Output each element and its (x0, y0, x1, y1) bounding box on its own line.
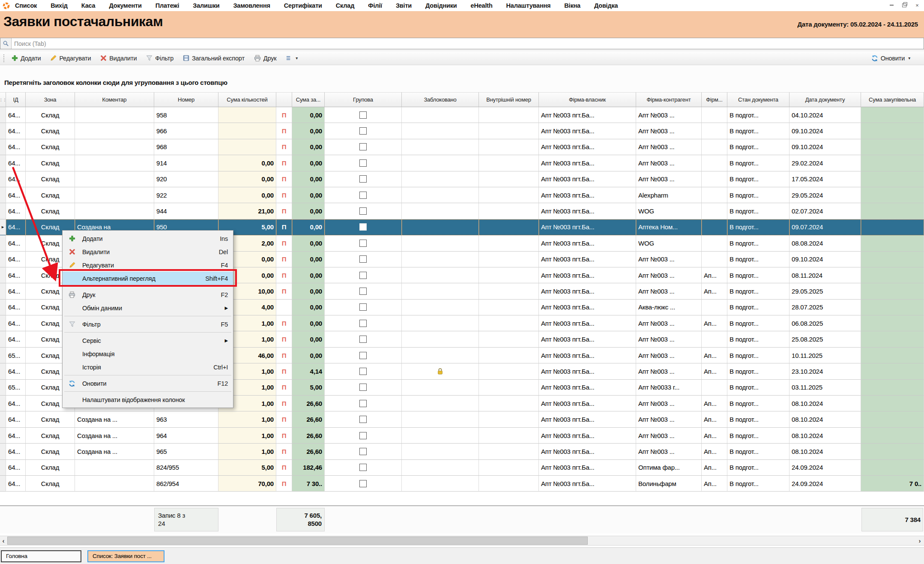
table-row[interactable]: 64...Склад9200,00П0,00Апт №003 пгт.Ба...… (0, 171, 924, 187)
toolbar-grip[interactable] (3, 54, 6, 62)
column-header-p[interactable] (276, 92, 292, 107)
table-row[interactable]: 64...СкладСоздана на ...9651,00П26,60Апт… (0, 444, 924, 459)
context-menu-item-Інформація[interactable]: Інформація (63, 347, 233, 360)
group-checkbox[interactable] (359, 432, 367, 439)
group-checkbox[interactable] (359, 143, 367, 150)
menubar-item-Каса[interactable]: Каса (81, 2, 96, 9)
column-header-internal[interactable]: Внутрішній номер (479, 92, 539, 107)
context-menu-item-Редагувати[interactable]: РедагуватиF4 (63, 258, 233, 272)
group-checkbox[interactable] (359, 240, 367, 247)
scrollbar-thumb[interactable] (7, 537, 588, 545)
filter-button[interactable]: Фільтр (144, 54, 175, 63)
scroll-left-arrow-icon[interactable]: ‹ (0, 536, 7, 545)
table-row[interactable]: 64...Склад968П0,00Апт №003 пгт.Ба...Апт … (0, 139, 924, 155)
group-checkbox[interactable] (359, 352, 367, 359)
group-checkbox[interactable] (359, 416, 367, 423)
column-header-firm[interactable]: Фірм... (702, 92, 727, 107)
context-menu-item-Обмін даними[interactable]: Обмін даними▶ (63, 301, 233, 315)
menubar-item-Налаштування[interactable]: Налаштування (506, 2, 551, 9)
group-checkbox[interactable] (359, 288, 367, 295)
restore-button[interactable] (900, 1, 909, 9)
column-header-state[interactable]: Стан документа (727, 92, 789, 107)
menubar-item-Вікна[interactable]: Вікна (564, 2, 580, 9)
menubar-item-Список[interactable]: Список (15, 2, 37, 9)
table-row[interactable]: 64...Склад958П0,00Апт №003 пгт.Ба...Апт … (0, 107, 924, 123)
column-header-date[interactable]: Дата документу (789, 92, 861, 107)
group-checkbox[interactable] (359, 368, 367, 375)
context-menu-item-Видалити[interactable]: ВидалитиDel (63, 245, 233, 258)
group-checkbox[interactable] (359, 255, 367, 263)
column-header-purchase[interactable]: Сума закупівельна (861, 92, 924, 107)
taskbar-button-list[interactable]: Список: Заявки пост ... (87, 550, 164, 562)
menubar-item-eHealth[interactable]: eHealth (471, 2, 493, 9)
table-row[interactable]: 64...СкладСоздана на ...9631,00П26,60Апт… (0, 411, 924, 427)
group-checkbox[interactable] (359, 207, 367, 215)
group-checkbox[interactable] (359, 223, 367, 231)
column-header-contragent[interactable]: Фірма-контрагент (636, 92, 702, 107)
table-row[interactable]: 64...СкладСоздана на ...9641,00П26,60Апт… (0, 428, 924, 444)
column-header-locked[interactable]: Заблоковано (402, 92, 479, 107)
group-checkbox[interactable] (359, 303, 367, 311)
group-checkbox[interactable] (359, 336, 367, 343)
menubar-item-Філії[interactable]: Філії (368, 2, 382, 9)
context-menu-item-Оновити[interactable]: ОновитиF12 (63, 377, 233, 390)
menubar-item-Вихід[interactable]: Вихід (51, 2, 68, 9)
group-checkbox[interactable] (359, 384, 367, 391)
context-menu-item-Друк[interactable]: ДрукF2 (63, 288, 233, 301)
view-options-button[interactable]: ▾ (284, 54, 299, 62)
column-header-number[interactable]: Номер (154, 92, 218, 107)
menubar-item-Документи[interactable]: Документи (109, 2, 141, 9)
column-header-id[interactable]: ІД (6, 92, 26, 107)
group-checkbox[interactable] (359, 192, 367, 199)
column-header-comment[interactable]: Коментар (75, 92, 154, 107)
print-button[interactable]: Друк (252, 54, 278, 63)
refresh-button[interactable]: Оновити ▾ (870, 54, 912, 63)
context-menu-item-Альтернативний перегляд[interactable]: Альтернативний переглядShift+F4 (63, 272, 233, 285)
group-checkbox[interactable] (359, 320, 367, 327)
column-header-zone[interactable]: Зона (26, 92, 75, 107)
group-checkbox[interactable] (359, 464, 367, 471)
group-checkbox[interactable] (359, 111, 367, 119)
menubar-item-Замовлення[interactable]: Замовлення (233, 2, 270, 9)
column-header-grouped[interactable]: Групова (325, 92, 402, 107)
column-header-ind[interactable]: ⋮⋮ (0, 92, 6, 107)
group-checkbox[interactable] (359, 400, 367, 407)
table-row[interactable]: 64...Склад862/95470,00П7 30..Апт №003 пг… (0, 476, 924, 492)
group-checkbox[interactable] (359, 159, 367, 167)
add-button[interactable]: Додати (10, 54, 42, 63)
close-button[interactable]: × (913, 1, 921, 9)
horizontal-scrollbar[interactable]: ‹ › (0, 536, 924, 546)
scroll-right-arrow-icon[interactable]: › (916, 536, 923, 545)
group-checkbox[interactable] (359, 175, 367, 183)
export-button[interactable]: Загальний експорт (181, 54, 246, 63)
group-checkbox[interactable] (359, 272, 367, 279)
table-row[interactable]: 64...Склад94421,00П0,00Апт №003 пгт.Ба..… (0, 203, 924, 219)
menubar-item-Платежі[interactable]: Платежі (155, 2, 179, 9)
group-checkbox[interactable] (359, 448, 367, 455)
context-menu-item-Фільтр[interactable]: ФільтрF5 (63, 318, 233, 331)
menubar-item-Довідники[interactable]: Довідники (425, 2, 457, 9)
context-menu-item-Додати[interactable]: ДодатиIns (63, 232, 233, 245)
column-header-sum[interactable]: Сума за... (292, 92, 325, 107)
column-header-owner[interactable]: Фірма-власник (539, 92, 636, 107)
table-row[interactable]: 64...Склад966П0,00Апт №003 пгт.Ба...Апт … (0, 123, 924, 139)
context-menu-item-Сервіс[interactable]: Сервіс▶ (63, 334, 233, 347)
search-input[interactable] (12, 38, 924, 49)
column-header-qty[interactable]: Сума кількостей (218, 92, 276, 107)
delete-button[interactable]: Видалити (99, 54, 138, 63)
table-row[interactable]: 64...Склад824/9555,00П182,46Апт №003 пгт… (0, 460, 924, 476)
menubar-item-Звіти[interactable]: Звіти (396, 2, 412, 9)
group-checkbox[interactable] (359, 127, 367, 135)
menubar-item-Сертифікати[interactable]: Сертифікати (284, 2, 322, 9)
menubar-item-Залишки[interactable]: Залишки (193, 2, 219, 9)
menubar-item-Склад[interactable]: Склад (336, 2, 354, 9)
taskbar-button-home[interactable]: Головна (1, 550, 81, 562)
edit-button[interactable]: Редагувати (48, 54, 93, 63)
menubar-item-Довідка[interactable]: Довідка (594, 2, 618, 9)
minimize-button[interactable] (887, 1, 896, 9)
group-checkbox[interactable] (359, 480, 367, 487)
context-menu-item-Налаштувати відображення колонок[interactable]: Налаштувати відображення колонок (63, 393, 233, 406)
table-row[interactable]: 64...Склад9140,00П0,00Апт №003 пгт.Ба...… (0, 155, 924, 171)
context-menu-item-Історія[interactable]: ІсторіяCtrl+I (63, 360, 233, 374)
table-row[interactable]: 64...Склад9220,00П0,00Апт №003 пгт.Ба...… (0, 187, 924, 203)
